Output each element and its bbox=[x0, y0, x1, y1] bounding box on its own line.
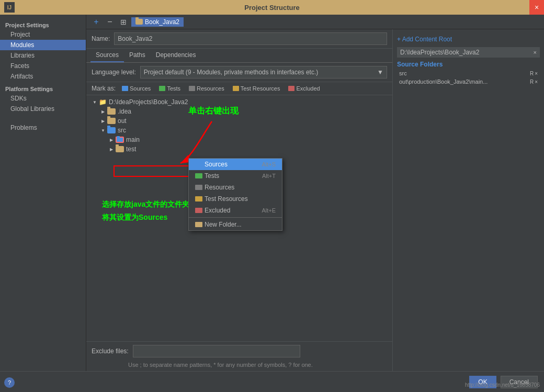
ctx-test-resources[interactable]: Test Resources bbox=[189, 193, 282, 205]
mark-resources-button[interactable]: Resources bbox=[187, 85, 226, 92]
mark-test-resources-button[interactable]: Test Resources bbox=[231, 85, 282, 92]
expand-icon: ▶ bbox=[99, 109, 107, 114]
sidebar-item-problems[interactable]: Problems bbox=[0, 122, 86, 133]
remove-content-root-button[interactable]: × bbox=[534, 49, 537, 55]
sources-dot-icon bbox=[122, 86, 128, 91]
ctx-sources[interactable]: Sources Alt+S bbox=[189, 159, 282, 170]
language-level-label: Language level: bbox=[92, 69, 136, 76]
edit-source-folder-button[interactable]: R bbox=[530, 71, 534, 76]
tree-out-label: out bbox=[118, 117, 127, 125]
test-folder-icon bbox=[116, 146, 124, 152]
ctx-separator bbox=[189, 217, 282, 218]
ctx-sources-icon bbox=[195, 162, 202, 167]
project-settings-heading: Project Settings bbox=[0, 19, 86, 29]
resources-dot-icon bbox=[189, 86, 195, 91]
mark-sources-button[interactable]: Sources bbox=[120, 85, 153, 92]
ctx-new-folder[interactable]: New Folder... bbox=[189, 219, 282, 230]
edit-source-folder-button-2[interactable]: R bbox=[530, 79, 534, 85]
main-folder-icon bbox=[116, 137, 124, 143]
exclude-files-label: Exclude files: bbox=[92, 348, 129, 355]
sidebar-item-facets[interactable]: Facets bbox=[0, 61, 86, 71]
tests-dot-icon bbox=[159, 86, 165, 91]
annotation-choose-java: 选择存放java文件的文件夹 bbox=[102, 200, 189, 209]
ctx-resources-icon bbox=[195, 185, 202, 190]
sidebar-item-sdks[interactable]: SDKs bbox=[0, 93, 86, 104]
name-label: Name: bbox=[92, 35, 110, 42]
help-button[interactable]: ? bbox=[4, 377, 15, 388]
right-panel: + Add Content Root D:\IdeaProjects\Book_… bbox=[392, 29, 544, 371]
tree-item-test[interactable]: ▶ test bbox=[86, 144, 392, 154]
sidebar-item-global-libraries[interactable]: Global Libraries bbox=[0, 104, 86, 114]
sidebar-item-artifacts[interactable]: Artifacts bbox=[0, 71, 86, 82]
source-folder-actions-2: R × bbox=[530, 79, 538, 85]
add-module-button[interactable]: + bbox=[90, 16, 102, 28]
mark-as-row: Mark as: Sources Tests Resources bbox=[86, 82, 392, 95]
expand-icon: ▶ bbox=[107, 138, 116, 142]
ctx-resources[interactable]: Resources bbox=[189, 182, 282, 193]
tab-paths[interactable]: Paths bbox=[124, 49, 151, 62]
ctx-new-folder-icon bbox=[195, 222, 202, 227]
language-level-row: Language level: Project default (9 - Mod… bbox=[86, 63, 392, 82]
copy-module-button[interactable]: ⊞ bbox=[118, 16, 129, 28]
file-tree: ▼ 📁 D:\IdeaProjects\Book_Java2 ▶ .idea ▶… bbox=[86, 95, 392, 341]
tree-item-out[interactable]: ▶ out bbox=[86, 116, 392, 126]
tree-item-src[interactable]: ▼ src bbox=[86, 126, 392, 135]
exclude-files-hint: Use ; to separate name patterns, * for a… bbox=[86, 361, 392, 371]
tree-item-idea[interactable]: ▶ .idea bbox=[86, 107, 392, 116]
annotation-set-sources: 将其设置为Sources bbox=[102, 213, 167, 222]
ctx-excluded[interactable]: Excluded Alt+E bbox=[189, 205, 282, 216]
sidebar: Project Settings Project Modules Librari… bbox=[0, 15, 86, 371]
module-toolbar: + − ⊞ Book_Java2 bbox=[86, 15, 544, 29]
tab-sources[interactable]: Sources bbox=[90, 49, 124, 62]
ctx-test-resources-icon bbox=[195, 196, 202, 201]
root-folder-icon: 📁 bbox=[99, 98, 107, 106]
tree-test-label: test bbox=[126, 145, 136, 153]
ctx-tests-icon bbox=[195, 173, 202, 178]
ctx-excluded-icon bbox=[195, 208, 202, 213]
sidebar-item-libraries[interactable]: Libraries bbox=[0, 50, 86, 61]
module-content-left: Name: Sources Paths Dependencies Languag… bbox=[86, 29, 392, 371]
tree-src-label: src bbox=[118, 127, 126, 134]
remove-module-button[interactable]: − bbox=[104, 16, 116, 28]
tab-dependencies[interactable]: Dependencies bbox=[151, 49, 201, 62]
title-bar: IJ Project Structure × bbox=[0, 0, 544, 15]
out-folder-icon bbox=[107, 118, 116, 124]
language-level-select[interactable]: Project default (9 - Modules, private me… bbox=[140, 66, 387, 79]
tree-main-label: main bbox=[126, 136, 140, 143]
expand-icon: ▶ bbox=[107, 147, 116, 152]
source-folder-item-src: src R × bbox=[397, 69, 540, 77]
platform-settings-heading: Platform Settings bbox=[0, 82, 86, 93]
mark-tests-button[interactable]: Tests bbox=[157, 85, 183, 92]
source-folder-actions: R × bbox=[530, 71, 538, 76]
tree-root-label: D:\IdeaProjects\Book_Java2 bbox=[109, 98, 188, 106]
module-item[interactable]: Book_Java2 bbox=[131, 17, 184, 27]
test-resources-dot-icon bbox=[233, 86, 239, 91]
expand-icon: ▶ bbox=[99, 119, 107, 124]
tree-item-root[interactable]: ▼ 📁 D:\IdeaProjects\Book_Java2 bbox=[86, 97, 392, 107]
bottom-bar: OK Cancel bbox=[0, 371, 544, 392]
sidebar-item-project[interactable]: Project bbox=[0, 29, 86, 40]
remove-source-folder-button[interactable]: × bbox=[535, 71, 538, 76]
ctx-tests[interactable]: Tests Alt+T bbox=[189, 170, 282, 182]
tree-idea-label: .idea bbox=[118, 108, 131, 115]
expand-icon: ▼ bbox=[99, 128, 107, 133]
context-menu: Sources Alt+S Tests Alt+T bbox=[188, 158, 282, 231]
add-content-root-button[interactable]: + Add Content Root bbox=[397, 33, 540, 45]
idea-folder-icon bbox=[107, 108, 116, 115]
close-button[interactable]: × bbox=[529, 0, 544, 15]
expand-icon: ▼ bbox=[90, 100, 99, 105]
mark-as-label: Mark as: bbox=[92, 85, 116, 92]
tree-item-main[interactable]: ▶ main bbox=[86, 135, 392, 144]
sidebar-item-modules[interactable]: Modules bbox=[0, 40, 86, 50]
content-root-path: D:\IdeaProjects\Book_Java2 × bbox=[397, 47, 540, 58]
name-row: Name: bbox=[86, 29, 392, 49]
window-title: Project Structure bbox=[244, 4, 299, 12]
source-folders-label: Source Folders bbox=[397, 61, 540, 69]
mark-excluded-button[interactable]: Excluded bbox=[286, 85, 322, 92]
module-folder-icon bbox=[135, 19, 143, 25]
name-input[interactable] bbox=[114, 32, 387, 45]
exclude-files-input[interactable] bbox=[133, 345, 300, 357]
app-logo: IJ bbox=[4, 2, 15, 13]
remove-source-folder-button-2[interactable]: × bbox=[535, 79, 538, 85]
dropdown-arrow-icon: ▼ bbox=[377, 69, 383, 76]
